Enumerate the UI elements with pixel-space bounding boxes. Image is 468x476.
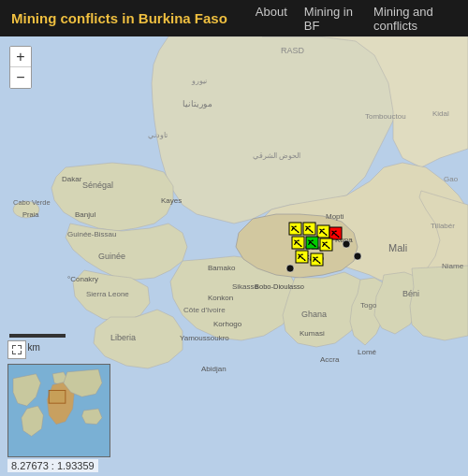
svg-text:الحوض الشرقي: الحوض الشرقي (253, 151, 300, 160)
nav-mining-conflicts[interactable]: Mining and conflicts (373, 5, 457, 33)
svg-text:Ghana: Ghana (301, 310, 327, 319)
svg-text:⛏: ⛏ (294, 239, 302, 249)
svg-text:Côte d'Ivoire: Côte d'Ivoire (183, 306, 226, 314)
svg-text:Togo: Togo (360, 301, 377, 310)
svg-text:Konkon: Konkon (208, 294, 233, 302)
svg-text:تاودني: تاودني (148, 131, 168, 139)
svg-text:Sénégal: Sénégal (82, 180, 113, 190)
coordinates-display: 8.27673 : 1.93359 (7, 459, 98, 472)
svg-text:Cabo Verde: Cabo Verde (13, 198, 51, 207)
nav-mining-bf[interactable]: Mining in BF (304, 5, 357, 33)
svg-text:⛏: ⛏ (291, 225, 300, 235)
svg-text:Accra: Accra (320, 355, 340, 364)
svg-rect-64 (49, 390, 66, 403)
svg-point-56 (343, 240, 350, 248)
svg-text:Niame: Niame (442, 262, 464, 270)
svg-text:Abidjan: Abidjan (201, 365, 227, 373)
svg-text:RASD: RASD (281, 46, 305, 55)
svg-text:°Conakry: °Conakry (67, 275, 98, 283)
svg-text:Banjul: Banjul (75, 210, 95, 219)
svg-text:Tombouctou: Tombouctou (365, 112, 406, 121)
svg-text:Kumasi: Kumasi (300, 329, 325, 338)
svg-text:Kayes: Kayes (161, 196, 182, 205)
map-container[interactable]: RASD موريتانيا Mali Sénégal Dakar Banjul… (0, 36, 468, 476)
svg-text:Korhogo: Korhogo (213, 320, 242, 328)
svg-text:Bobo-Dioulasso: Bobo-Dioulasso (255, 282, 304, 291)
svg-text:Mopti: Mopti (326, 212, 344, 221)
svg-text:⛏: ⛏ (305, 225, 314, 235)
svg-text:Sierra Leone: Sierra Leone (86, 290, 129, 298)
svg-text:⛏: ⛏ (322, 241, 330, 251)
svg-text:Kidal: Kidal (432, 109, 449, 118)
svg-text:⛏: ⛏ (298, 253, 306, 263)
svg-text:نيورو: نيورو (191, 77, 207, 85)
site-title: Mining conflicts in Burkina Faso (11, 10, 227, 26)
svg-text:Lomé: Lomé (358, 348, 377, 356)
svg-text:Béni: Béni (402, 289, 419, 298)
app-header: Mining conflicts in Burkina Faso About M… (0, 0, 468, 36)
svg-text:Guinée: Guinée (98, 252, 125, 261)
svg-text:Tillabér: Tillabér (431, 222, 455, 230)
zoom-in-button[interactable]: + (10, 47, 31, 67)
zoom-controls: + − (9, 46, 32, 89)
svg-text:⛏: ⛏ (308, 239, 316, 249)
svg-text:Mali: Mali (388, 242, 407, 253)
svg-point-58 (286, 265, 294, 272)
mini-map (7, 364, 110, 457)
svg-text:Dakar: Dakar (62, 175, 82, 183)
main-nav: About Mining in BF Mining and conflicts (256, 5, 457, 33)
svg-text:⛏: ⛏ (313, 256, 321, 266)
svg-point-57 (354, 252, 361, 260)
svg-text:⛏: ⛏ (319, 228, 328, 238)
svg-text:Praia: Praia (22, 210, 39, 219)
svg-text:Liberia: Liberia (110, 333, 136, 342)
nav-about[interactable]: About (256, 5, 287, 33)
svg-text:Yamoussoukro: Yamoussoukro (180, 334, 229, 342)
svg-text:موريتانيا: موريتانيا (183, 99, 212, 109)
svg-text:Bamako: Bamako (208, 264, 236, 272)
svg-text:Gao: Gao (444, 175, 459, 183)
expand-map-button[interactable] (7, 340, 26, 359)
scale-bar-line (9, 334, 66, 338)
zoom-out-button[interactable]: − (10, 67, 31, 88)
svg-text:Guinée-Bissau: Guinée-Bissau (67, 230, 116, 238)
